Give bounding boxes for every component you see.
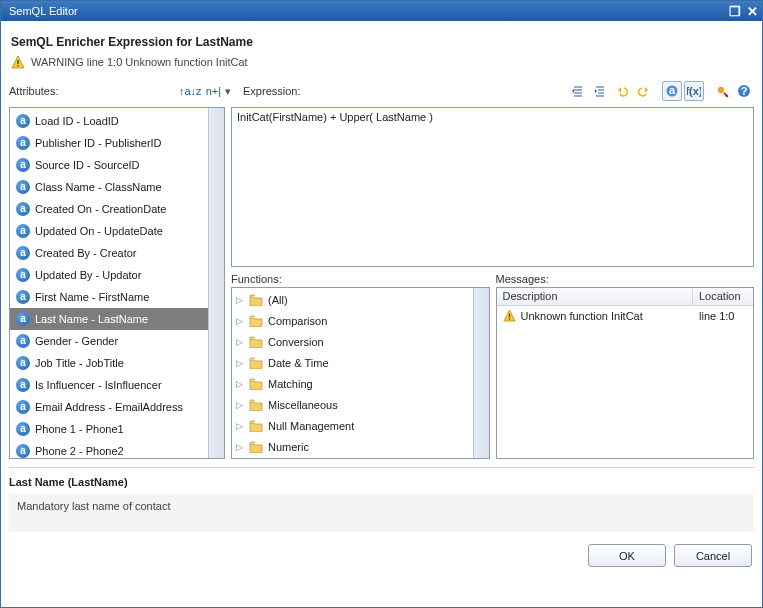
insert-attribute-button[interactable]: a bbox=[662, 81, 682, 101]
attribute-item-label: Updated On - UpdateDate bbox=[35, 225, 163, 237]
dropdown-arrow-icon[interactable]: ▾ bbox=[225, 85, 231, 98]
expand-arrow-icon: ▷ bbox=[236, 316, 244, 326]
folder-icon bbox=[249, 399, 263, 411]
messages-panel: Description Location Unknown function In… bbox=[496, 287, 755, 459]
attribute-badge-icon: a bbox=[16, 114, 30, 128]
attribute-item[interactable]: aPhone 2 - Phone2 bbox=[10, 440, 208, 458]
attribute-item[interactable]: aFirst Name - FirstName bbox=[10, 286, 208, 308]
help-title: Last Name (LastName) bbox=[9, 476, 754, 488]
expression-toolbar: a f(x) ? bbox=[568, 81, 754, 101]
attribute-badge-icon: a bbox=[16, 444, 30, 458]
help-button[interactable]: ? bbox=[734, 81, 754, 101]
functions-label: Functions: bbox=[231, 273, 490, 285]
functions-panel: ▷(All)▷Comparison▷Conversion▷Date & Time… bbox=[231, 287, 490, 459]
function-category-label: Null Management bbox=[268, 420, 354, 432]
attribute-item[interactable]: aIs Influencer - IsInfluencer bbox=[10, 374, 208, 396]
function-category-item[interactable]: ▷Conversion bbox=[232, 331, 473, 352]
attribute-item[interactable]: aCreated By - Creator bbox=[10, 242, 208, 264]
folder-icon bbox=[249, 378, 263, 390]
folder-icon bbox=[249, 420, 263, 432]
window-title: SemQL Editor bbox=[5, 5, 78, 17]
attribute-item[interactable]: aClass Name - ClassName bbox=[10, 176, 208, 198]
expression-text: InitCat(FirstName) + Upper( LastName ) bbox=[237, 111, 433, 123]
attributes-label: Attributes: bbox=[9, 85, 179, 97]
undo-button[interactable] bbox=[612, 81, 632, 101]
function-category-label: Comparison bbox=[268, 315, 327, 327]
attribute-item[interactable]: aUpdated On - UpdateDate bbox=[10, 220, 208, 242]
sort-natural-button[interactable]: n+| bbox=[206, 85, 221, 97]
attribute-item-label: Class Name - ClassName bbox=[35, 181, 162, 193]
close-icon[interactable]: ✕ bbox=[747, 5, 758, 18]
expression-input[interactable]: InitCat(FirstName) + Upper( LastName ) bbox=[231, 107, 754, 267]
attribute-item-label: Publisher ID - PublisherID bbox=[35, 137, 162, 149]
svg-text:a: a bbox=[669, 84, 676, 96]
maximize-icon[interactable]: ❐ bbox=[729, 5, 741, 18]
functions-scrollbar[interactable] bbox=[473, 288, 489, 458]
function-category-item[interactable]: ▷Matching bbox=[232, 373, 473, 394]
folder-icon bbox=[249, 441, 263, 453]
function-category-item[interactable]: ▷Comparison bbox=[232, 310, 473, 331]
expand-arrow-icon: ▷ bbox=[236, 379, 244, 389]
function-category-item[interactable]: ▷Numeric bbox=[232, 436, 473, 457]
svg-point-6 bbox=[718, 87, 724, 93]
attribute-item[interactable]: aLast Name - LastName bbox=[10, 308, 208, 330]
attribute-item-label: Phone 1 - Phone1 bbox=[35, 423, 124, 435]
folder-icon bbox=[249, 336, 263, 348]
function-category-label: Date & Time bbox=[268, 357, 329, 369]
expand-arrow-icon: ▷ bbox=[236, 442, 244, 452]
attribute-item-label: Last Name - LastName bbox=[35, 313, 148, 325]
function-category-item[interactable]: ▷(All) bbox=[232, 289, 473, 310]
svg-text:?: ? bbox=[741, 85, 748, 97]
attribute-badge-icon: a bbox=[16, 400, 30, 414]
warning-banner: WARNING line 1:0 Unknown function InitCa… bbox=[11, 55, 754, 69]
function-category-item[interactable]: ▷Null Management bbox=[232, 415, 473, 436]
attribute-item[interactable]: aLoad ID - LoadID bbox=[10, 110, 208, 132]
attribute-item[interactable]: aEmail Address - EmailAddress bbox=[10, 396, 208, 418]
attribute-item-label: Email Address - EmailAddress bbox=[35, 401, 183, 413]
attribute-badge-icon: a bbox=[16, 422, 30, 436]
attribute-item-label: Is Influencer - IsInfluencer bbox=[35, 379, 162, 391]
svg-point-7 bbox=[726, 95, 729, 98]
attribute-item[interactable]: aPhone 1 - Phone1 bbox=[10, 418, 208, 440]
messages-col-description[interactable]: Description bbox=[497, 288, 694, 305]
attribute-item[interactable]: aUpdated By - Updator bbox=[10, 264, 208, 286]
function-category-label: Matching bbox=[268, 378, 313, 390]
messages-col-location[interactable]: Location bbox=[693, 288, 753, 305]
insert-function-button[interactable]: f(x) bbox=[684, 81, 704, 101]
cancel-button[interactable]: Cancel bbox=[674, 544, 752, 567]
function-category-item[interactable]: ▷Date & Time bbox=[232, 352, 473, 373]
expand-arrow-icon: ▷ bbox=[236, 358, 244, 368]
attribute-item[interactable]: aJob Title - JobTitle bbox=[10, 352, 208, 374]
function-category-label: Miscellaneous bbox=[268, 399, 338, 411]
attribute-badge-icon: a bbox=[16, 224, 30, 238]
attribute-item[interactable]: aPublisher ID - PublisherID bbox=[10, 132, 208, 154]
warning-icon bbox=[11, 55, 25, 69]
attributes-scrollbar[interactable] bbox=[208, 108, 224, 458]
ok-button[interactable]: OK bbox=[588, 544, 666, 567]
page-title: SemQL Enricher Expression for LastName bbox=[11, 35, 754, 49]
attributes-panel: aLoad ID - LoadIDaPublisher ID - Publish… bbox=[9, 107, 225, 459]
attribute-item-label: First Name - FirstName bbox=[35, 291, 149, 303]
attribute-item[interactable]: aSource ID - SourceID bbox=[10, 154, 208, 176]
attribute-item-label: Load ID - LoadID bbox=[35, 115, 119, 127]
attribute-badge-icon: a bbox=[16, 136, 30, 150]
redo-button[interactable] bbox=[634, 81, 654, 101]
attribute-item-label: Source ID - SourceID bbox=[35, 159, 140, 171]
attribute-badge-icon: a bbox=[16, 158, 30, 172]
function-category-label: (All) bbox=[268, 294, 288, 306]
svg-rect-11 bbox=[508, 313, 509, 317]
sort-az-button[interactable]: ↑a↓z bbox=[179, 85, 202, 97]
outdent-button[interactable] bbox=[568, 81, 588, 101]
validate-button[interactable] bbox=[712, 81, 732, 101]
folder-icon bbox=[249, 315, 263, 327]
svg-text:f(x): f(x) bbox=[687, 85, 701, 97]
function-category-item[interactable]: ▷Miscellaneous bbox=[232, 394, 473, 415]
folder-icon bbox=[249, 294, 263, 306]
attribute-item[interactable]: aCreated On - CreationDate bbox=[10, 198, 208, 220]
attribute-badge-icon: a bbox=[16, 268, 30, 282]
attribute-badge-icon: a bbox=[16, 202, 30, 216]
attribute-item[interactable]: aGender - Gender bbox=[10, 330, 208, 352]
indent-button[interactable] bbox=[590, 81, 610, 101]
expand-arrow-icon: ▷ bbox=[236, 400, 244, 410]
message-row[interactable]: Unknown function InitCatline 1:0 bbox=[497, 306, 754, 326]
